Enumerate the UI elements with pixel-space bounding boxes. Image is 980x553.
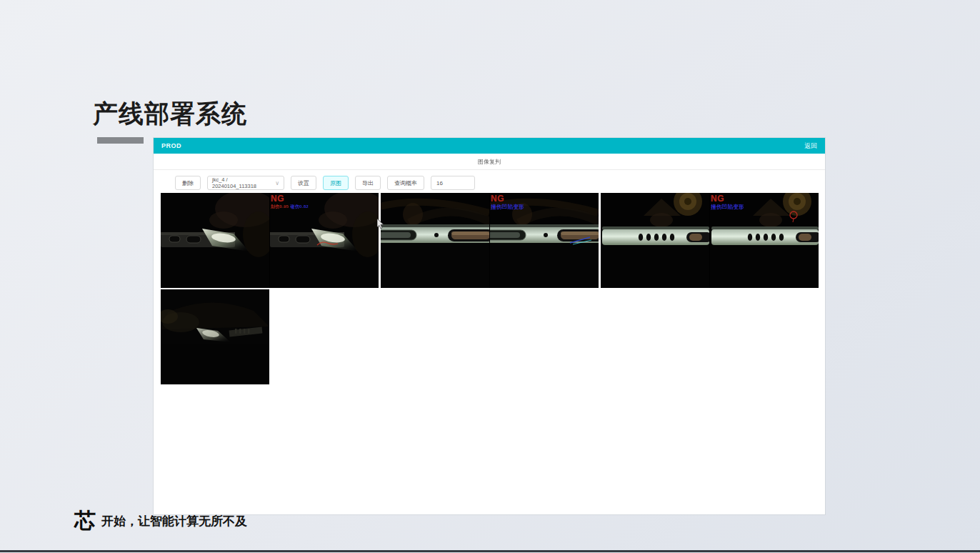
subheader: 图像复判	[154, 154, 825, 170]
brand-logo: 芯	[74, 510, 96, 532]
probability-query-button[interactable]: 查询概率	[387, 176, 424, 190]
inspection-photo	[161, 289, 269, 384]
export-button[interactable]: 导出	[355, 176, 381, 190]
delete-button[interactable]: 删除	[175, 176, 201, 190]
phone-bottom-edge-photo	[710, 193, 819, 288]
title-accent-bar	[97, 137, 144, 144]
page-size-input[interactable]	[431, 176, 475, 190]
inspection-card-3[interactable]: NG 撞伤凹陷变形	[601, 193, 819, 288]
inspection-card-1[interactable]: NG 划伤0.95 碰伤0.82	[161, 193, 379, 288]
inspection-photo-annotated	[270, 193, 379, 288]
inspection-photo	[381, 193, 489, 288]
app-brand: PROD	[161, 142, 181, 149]
inspection-photo-annotated	[710, 193, 819, 288]
phone-side-edge-photo	[161, 193, 269, 288]
page-title: 产线部署系统	[93, 97, 247, 131]
app-screenshot: PROD 返回 图像复判 删除 jkc_4 / 20240104_113318 …	[154, 138, 825, 514]
slide: 产线部署系统 PROD 返回 图像复判 删除 jkc_4 / 20240104_…	[0, 0, 980, 553]
subheader-title: 图像复判	[478, 158, 501, 166]
phone-bottom-edge-photo	[490, 193, 599, 288]
inspection-photo	[601, 193, 709, 288]
phone-side-edge-photo	[270, 193, 379, 288]
phone-corner-edge-photo	[161, 289, 269, 384]
dataset-select[interactable]: jkc_4 / 20240104_113318 ∨	[207, 176, 284, 190]
back-button[interactable]: 返回	[804, 141, 817, 151]
dataset-select-value: jkc_4 / 20240104_113318	[212, 176, 272, 189]
footer: 芯 开始，让智能计算无所不及	[74, 510, 247, 532]
original-image-toggle-button[interactable]: 原图	[323, 176, 349, 190]
slide-bottom-divider	[0, 550, 980, 552]
chevron-down-icon: ∨	[275, 180, 279, 186]
inspection-card-2[interactable]: NG 撞伤凹陷变形	[381, 193, 599, 288]
inspection-photo	[161, 193, 269, 288]
settings-button[interactable]: 设置	[291, 176, 316, 190]
inspection-photo-annotated	[490, 193, 599, 288]
phone-bottom-edge-photo	[381, 193, 489, 288]
app-header: PROD 返回	[154, 138, 825, 154]
inspection-card-4[interactable]	[161, 289, 269, 384]
toolbar: 删除 jkc_4 / 20240104_113318 ∨ 设置 原图 导出 查询…	[175, 176, 475, 190]
footer-slogan: 开始，让智能计算无所不及	[101, 513, 247, 532]
phone-bottom-edge-photo	[601, 193, 709, 288]
